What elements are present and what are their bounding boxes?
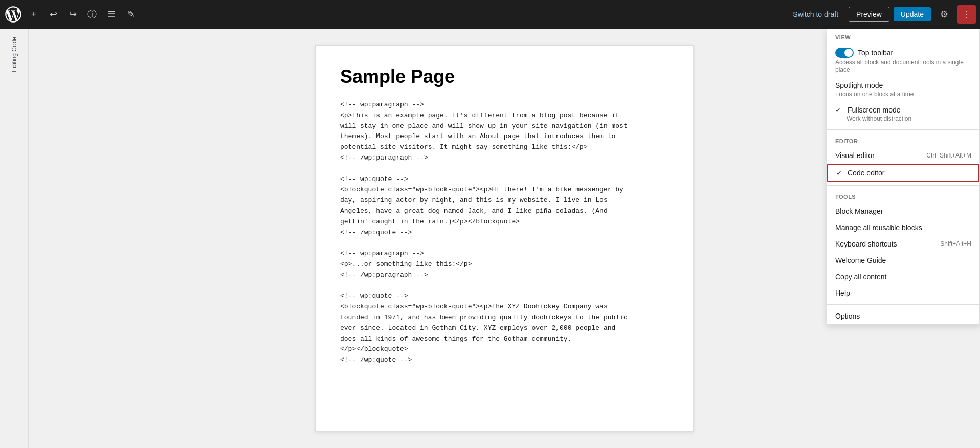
options-item[interactable]: Options — [827, 308, 979, 324]
tools-section-label: Tools — [827, 189, 979, 203]
visual-editor-shortcut: Ctrl+Shift+Alt+M — [926, 152, 971, 159]
fullscreen-mode-title: Fullscreen mode — [848, 106, 901, 114]
undo-button[interactable]: ↩ — [44, 5, 62, 24]
dropdown-menu: View Top toolbar Access all block and do… — [827, 29, 980, 325]
divider-3 — [827, 304, 979, 305]
code-editor-check-icon: ✓ — [836, 169, 842, 177]
code-editor-label: Code editor — [848, 169, 884, 177]
keyboard-shortcuts-shortcut: Shift+Alt+H — [940, 240, 971, 248]
toolbar-icons: + ↩ ↪ ⓘ ☰ ✎ — [25, 5, 140, 24]
update-button[interactable]: Update — [894, 7, 931, 21]
toolbar-right: Switch to draft Preview Update ⚙ ⋮ — [787, 5, 976, 24]
preview-button[interactable]: Preview — [849, 7, 889, 22]
settings-button[interactable]: ⚙ — [935, 5, 953, 24]
editing-code-label: Editing Code — [11, 37, 18, 72]
top-toolbar-item[interactable]: Top toolbar Access all block and documen… — [827, 43, 979, 77]
keyboard-shortcuts-label: Keyboard shortcuts — [835, 240, 897, 248]
divider-2 — [827, 185, 979, 186]
help-label: Help — [835, 289, 850, 297]
options-label: Options — [835, 312, 860, 320]
list-view-button[interactable]: ☰ — [102, 5, 121, 24]
left-sidebar: Editing Code — [0, 29, 29, 448]
copy-all-item[interactable]: Copy all content — [827, 268, 979, 285]
copy-all-label: Copy all content — [835, 273, 886, 281]
top-toolbar-title: Top toolbar — [858, 49, 893, 57]
block-manager-label: Block Manager — [835, 207, 883, 215]
info-button[interactable]: ⓘ — [83, 5, 101, 24]
switch-draft-button[interactable]: Switch to draft — [787, 7, 844, 21]
divider-1 — [827, 129, 979, 130]
spotlight-mode-item[interactable]: Spotlight mode Focus on one block at a t… — [827, 77, 979, 102]
editor-section-label: Editor — [827, 133, 979, 147]
keyboard-shortcuts-item[interactable]: Keyboard shortcuts Shift+Alt+H — [827, 236, 979, 252]
block-manager-item[interactable]: Block Manager — [827, 203, 979, 219]
add-block-button[interactable]: + — [25, 5, 43, 24]
visual-editor-label: Visual editor — [835, 151, 875, 160]
top-toolbar-desc: Access all block and document tools in a… — [835, 59, 971, 73]
fullscreen-check-icon: ✓ — [835, 106, 841, 114]
page-title: Sample Page — [340, 66, 669, 87]
help-item[interactable]: Help — [827, 285, 979, 301]
code-block[interactable]: <!-- wp:paragraph --> <p>This is an exam… — [340, 100, 669, 366]
redo-button[interactable]: ↪ — [63, 5, 82, 24]
welcome-guide-label: Welcome Guide — [835, 256, 886, 264]
main-toolbar: + ↩ ↪ ⓘ ☰ ✎ Switch to draft Preview Upda… — [0, 0, 980, 29]
more-options-button[interactable]: ⋮ — [957, 5, 976, 24]
code-editor-item[interactable]: ✓ Code editor — [827, 164, 979, 182]
tools-button[interactable]: ✎ — [122, 5, 140, 24]
welcome-guide-item[interactable]: Welcome Guide — [827, 252, 979, 268]
top-toolbar-toggle[interactable] — [835, 48, 854, 58]
manage-reusable-label: Manage all reusable blocks — [835, 223, 922, 232]
manage-reusable-item[interactable]: Manage all reusable blocks — [827, 219, 979, 236]
spotlight-mode-title: Spotlight mode — [835, 81, 883, 89]
fullscreen-mode-item[interactable]: ✓ Fullscreen mode Work without distracti… — [827, 102, 979, 126]
toggle-thumb — [844, 49, 853, 57]
view-section-label: View — [827, 29, 979, 43]
fullscreen-mode-desc: Work without distraction — [847, 115, 911, 122]
wp-logo[interactable] — [4, 5, 23, 24]
visual-editor-item[interactable]: Visual editor Ctrl+Shift+Alt+M — [827, 147, 979, 164]
editor-content[interactable]: Sample Page <!-- wp:paragraph --> <p>Thi… — [315, 45, 694, 432]
spotlight-mode-desc: Focus on one block at a time — [835, 91, 914, 98]
